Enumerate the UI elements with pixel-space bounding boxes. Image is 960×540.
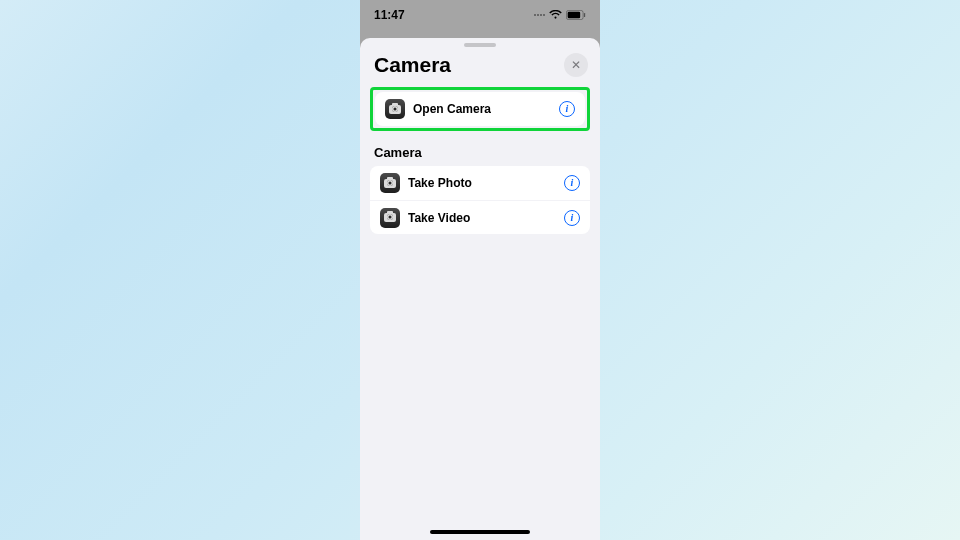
action-take-photo[interactable]: Take Photo i [370, 166, 590, 200]
status-time: 11:47 [374, 8, 405, 22]
info-icon[interactable]: i [559, 101, 575, 117]
svg-rect-1 [568, 12, 581, 19]
action-open-camera[interactable]: Open Camera i [375, 92, 585, 126]
highlighted-action: Open Camera i [370, 87, 590, 131]
wifi-icon [549, 10, 562, 20]
svg-rect-2 [584, 13, 585, 17]
sheet-title: Camera [374, 53, 451, 77]
status-bar: 11:47 [360, 0, 600, 30]
action-label: Take Photo [408, 176, 556, 190]
camera-icon [385, 99, 405, 119]
section-title: Camera [370, 145, 590, 166]
action-label: Take Video [408, 211, 556, 225]
battery-icon [566, 10, 586, 20]
action-take-video[interactable]: Take Video i [370, 200, 590, 234]
phone-frame: 11:47 Camera ✕ Open Camera i [360, 0, 600, 540]
action-label: Open Camera [413, 102, 551, 116]
sheet-content: Open Camera i Camera Take Photo i Take V… [360, 87, 600, 234]
action-sheet: Camera ✕ Open Camera i Camera Take Photo… [360, 38, 600, 540]
info-icon[interactable]: i [564, 210, 580, 226]
home-indicator[interactable] [430, 530, 530, 534]
info-icon[interactable]: i [564, 175, 580, 191]
cellular-icon [534, 14, 545, 16]
close-icon: ✕ [571, 58, 581, 72]
camera-icon [380, 208, 400, 228]
sheet-header: Camera ✕ [360, 47, 600, 87]
close-button[interactable]: ✕ [564, 53, 588, 77]
camera-icon [380, 173, 400, 193]
action-group: Take Photo i Take Video i [370, 166, 590, 234]
status-indicators [534, 10, 586, 20]
